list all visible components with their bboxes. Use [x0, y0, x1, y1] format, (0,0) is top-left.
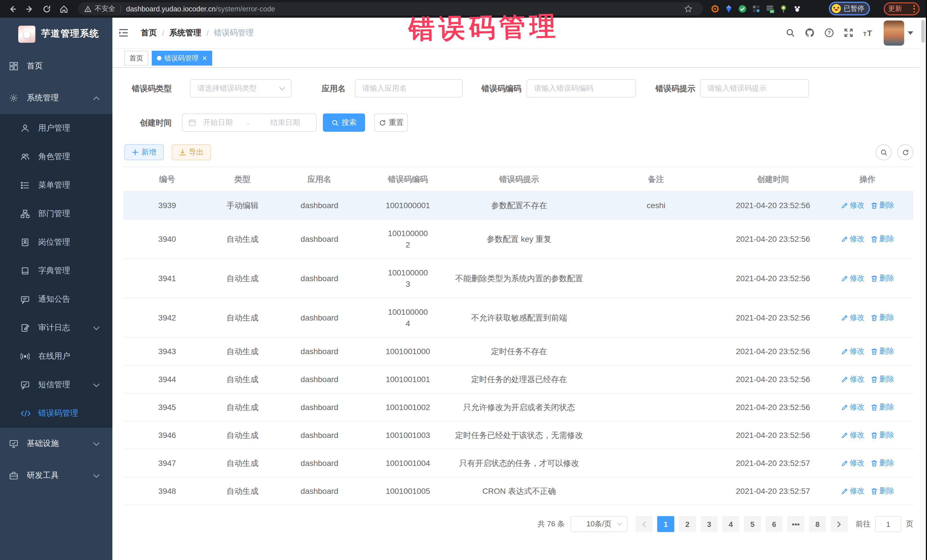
edit-link[interactable]: 修改 [840, 200, 865, 211]
font-size-icon[interactable]: TT [863, 29, 874, 37]
page-ellipsis[interactable]: ••• [787, 516, 804, 532]
edit-link[interactable]: 修改 [840, 429, 865, 441]
breadcrumb-home[interactable]: 首页 [141, 28, 157, 38]
sidebar-item-4[interactable]: 菜单管理 [0, 171, 112, 200]
edit-link[interactable]: 修改 [840, 273, 865, 284]
table-row[interactable]: 3941自动生成dashboard1001000003不能删除类型为系统内置的参… [123, 259, 913, 298]
delete-link[interactable]: 删除 [870, 429, 894, 441]
sidebar-item-7[interactable]: 字典管理 [0, 256, 112, 285]
sidebar-item-14[interactable]: 研发工具 [0, 460, 112, 492]
page-button-3[interactable]: 3 [701, 516, 718, 532]
delete-link[interactable]: 删除 [870, 312, 894, 323]
search-icon[interactable] [786, 28, 795, 38]
page-button-2[interactable]: 2 [679, 516, 696, 532]
delete-link[interactable]: 删除 [870, 233, 894, 244]
toggle-search-button[interactable] [876, 144, 892, 160]
edit-link[interactable]: 修改 [840, 401, 865, 413]
hamburger-icon[interactable] [119, 29, 128, 37]
address-bar[interactable]: 不安全 dashboard.yudao.iocoder.cn/system/er… [78, 2, 703, 15]
table-row[interactable]: 3947自动生成dashboard1001001004只有开启状态的任务，才可以… [123, 449, 913, 477]
table-row[interactable]: 3945自动生成dashboard1001001002只允许修改为开启或者关闭状… [123, 393, 913, 422]
search-button[interactable]: 搜索 [323, 114, 365, 132]
close-tab-icon[interactable]: ✕ [202, 55, 207, 62]
filter-date-range[interactable]: 开始日期 - 结束日期 [182, 114, 317, 132]
extension-squares-icon[interactable] [752, 5, 760, 13]
browser-menu-icon[interactable] [913, 5, 915, 12]
extension-orange-icon[interactable] [711, 5, 719, 13]
help-icon[interactable]: ? [824, 28, 834, 38]
table-row[interactable]: 3944自动生成dashboard1001001001定时任务的处理器已经存在2… [123, 366, 913, 393]
sidebar-item-3[interactable]: 角色管理 [0, 143, 112, 171]
extension-list-on-icon[interactable]: on [766, 5, 774, 13]
table-row[interactable]: 3939手动编辑dashboard1001000001参数配置不存在ceshi2… [123, 191, 913, 220]
prev-page-button[interactable] [635, 516, 653, 532]
forward-icon[interactable] [25, 4, 34, 14]
table-row[interactable]: 3948自动生成dashboard1001001005CRON 表达式不正确20… [123, 477, 913, 505]
security-label[interactable]: 不安全 [95, 4, 115, 14]
scrollbar[interactable] [920, 18, 926, 560]
refresh-button[interactable] [897, 144, 913, 160]
scrollbar-thumb[interactable] [921, 20, 925, 43]
sidebar-item-12[interactable]: 错误码管理 [0, 399, 112, 428]
extension-green-check-icon[interactable] [738, 5, 747, 13]
add-button[interactable]: 新增 [125, 144, 164, 160]
breadcrumb-system[interactable]: 系统管理 [169, 28, 201, 38]
edit-link[interactable]: 修改 [840, 233, 865, 244]
edit-link[interactable]: 修改 [840, 346, 865, 357]
edit-link[interactable]: 修改 [840, 485, 865, 497]
home-icon[interactable] [59, 4, 68, 14]
table-row[interactable]: 3943自动生成dashboard1001001000定时任务不存在2021-0… [123, 338, 913, 366]
delete-link[interactable]: 删除 [870, 200, 894, 211]
tab-home[interactable]: 首页 [125, 51, 148, 65]
github-icon[interactable] [805, 28, 815, 38]
delete-link[interactable]: 删除 [870, 346, 894, 357]
extension-pin-icon[interactable] [779, 5, 788, 13]
page-button-8[interactable]: 8 [809, 516, 826, 532]
next-page-button[interactable] [831, 516, 848, 532]
goto-page-input[interactable]: 1 [875, 516, 901, 532]
sidebar-item-2[interactable]: 用户管理 [0, 114, 112, 143]
reload-icon[interactable] [42, 4, 51, 14]
sidebar-item-8[interactable]: 通知公告 [0, 285, 112, 314]
tab-error-code[interactable]: 错误码管理✕ [152, 51, 212, 65]
extension-paw-icon[interactable] [793, 5, 801, 13]
table-row[interactable]: 3946自动生成dashboard1001001003定时任务已经处于该状态，无… [123, 422, 913, 449]
filter-code-input[interactable]: 请输入错误码编码 [527, 79, 636, 97]
sidebar-item-13[interactable]: 基础设施 [0, 428, 112, 460]
back-icon[interactable] [8, 4, 17, 14]
user-avatar[interactable] [884, 20, 904, 46]
browser-update-button[interactable]: 更新 [884, 2, 919, 15]
page-button-5[interactable]: 5 [744, 516, 761, 532]
page-button-1[interactable]: 1 [657, 516, 674, 532]
delete-link[interactable]: 删除 [870, 485, 894, 497]
bookmark-star-icon[interactable] [684, 5, 693, 13]
filter-type-select[interactable]: 请选择错误码类型 [190, 79, 292, 97]
sidebar-item-11[interactable]: 短信管理 [0, 371, 112, 399]
export-button[interactable]: 导出 [172, 144, 211, 160]
sidebar-item-1[interactable]: 系统管理 [0, 82, 112, 114]
page-button-4[interactable]: 4 [722, 516, 739, 532]
filter-app-input[interactable]: 请输入应用名 [355, 79, 463, 97]
edit-link[interactable]: 修改 [840, 457, 865, 469]
reset-button[interactable]: 重置 [374, 114, 408, 132]
delete-link[interactable]: 删除 [870, 401, 894, 413]
sidebar-item-0[interactable]: 首页 [0, 50, 112, 82]
page-button-6[interactable]: 6 [766, 516, 783, 532]
edit-link[interactable]: 修改 [840, 373, 865, 385]
table-row[interactable]: 3940自动生成dashboard1001000002参数配置 key 重复20… [123, 220, 913, 259]
fullscreen-icon[interactable] [844, 28, 853, 38]
filter-msg-input[interactable]: 请输入错误码提示 [700, 79, 809, 97]
delete-link[interactable]: 删除 [870, 273, 894, 284]
browser-profile-chip[interactable]: 已暂停 [829, 2, 870, 15]
edit-link[interactable]: 修改 [840, 312, 865, 323]
table-row[interactable]: 3942自动生成dashboard1001000004不允许获取敏感配置到前端2… [123, 298, 913, 338]
delete-link[interactable]: 删除 [870, 373, 894, 385]
delete-link[interactable]: 删除 [870, 457, 894, 469]
sidebar-item-10[interactable]: 在线用户 [0, 342, 112, 371]
page-size-select[interactable]: 10条/页 [570, 516, 628, 532]
sidebar-logo[interactable]: 芋道管理系统 [0, 18, 112, 50]
sidebar-item-6[interactable]: 岗位管理 [0, 228, 112, 256]
sidebar-item-9[interactable]: 审计日志 [0, 314, 112, 342]
caret-down-icon[interactable] [907, 31, 913, 35]
extension-blue-gem-icon[interactable] [725, 5, 733, 13]
